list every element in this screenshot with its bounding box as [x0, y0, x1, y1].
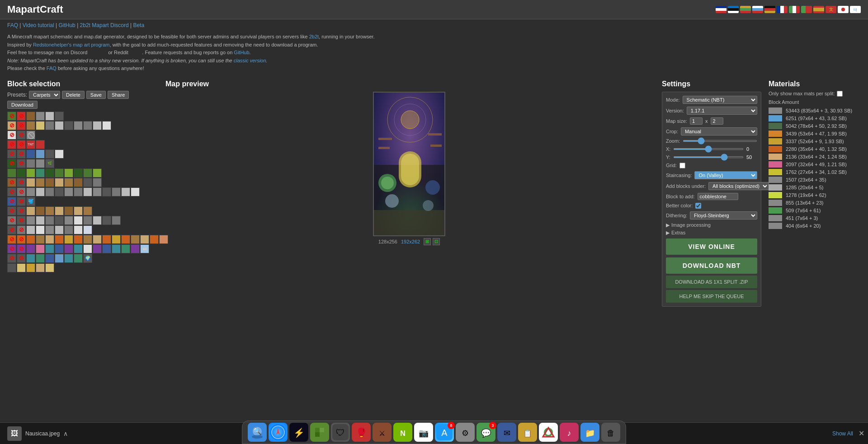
block-cell[interactable] [83, 187, 92, 196]
block-cell[interactable] [112, 216, 121, 225]
block-cell[interactable] [45, 225, 54, 234]
block-cell[interactable]: ⊘ [7, 140, 16, 149]
block-cell[interactable] [64, 121, 73, 130]
dock-music[interactable]: ♪ [560, 423, 579, 442]
block-cell[interactable] [93, 244, 102, 253]
block-cell[interactable] [64, 254, 73, 263]
expand-btn-1[interactable]: ⊞ [424, 238, 431, 245]
block-cell[interactable] [55, 206, 64, 215]
block-cell[interactable] [26, 206, 35, 215]
crop-select[interactable]: Manual Auto [681, 127, 757, 136]
block-cell[interactable] [159, 235, 168, 244]
dock-messages[interactable]: 3 💬 [476, 423, 495, 442]
dock-chrome[interactable] [539, 423, 558, 442]
dock-trash[interactable]: 🗑 [601, 423, 620, 442]
block-cell[interactable]: ⊘ [7, 235, 16, 244]
block-cell[interactable] [36, 178, 45, 187]
block-cell[interactable] [36, 140, 45, 149]
block-cell[interactable] [64, 206, 73, 215]
block-cell[interactable] [74, 235, 83, 244]
block-cell[interactable]: ⊘ [7, 197, 16, 206]
map-size-x-input[interactable] [690, 117, 703, 125]
block-cell[interactable] [121, 235, 130, 244]
block-cell[interactable]: ⊘ [17, 140, 26, 149]
better-color-checkbox[interactable] [695, 203, 701, 209]
nav-video[interactable]: Video tutorial [23, 22, 54, 28]
lang-it-flag[interactable] [789, 6, 800, 13]
block-cell[interactable] [74, 187, 83, 196]
block-cell[interactable] [17, 263, 26, 272]
block-cell[interactable] [74, 178, 83, 187]
block-cell[interactable] [36, 244, 45, 253]
delete-button[interactable]: Delete [62, 91, 85, 99]
classic-link[interactable]: classic version [234, 58, 266, 63]
block-cell[interactable] [74, 244, 83, 253]
lang-et-flag[interactable] [728, 6, 739, 13]
block-cell[interactable] [112, 187, 121, 196]
map-size-y-input[interactable] [711, 117, 723, 125]
max-mats-checkbox[interactable] [837, 91, 843, 97]
block-cell[interactable] [45, 263, 54, 272]
2b2t-link[interactable]: 2b2t [309, 34, 319, 39]
block-cell[interactable]: ⊘ [17, 225, 26, 234]
redstonehelper-link[interactable]: Redstonehelper's map art program [33, 42, 110, 47]
block-cell[interactable]: ⊘ [7, 254, 16, 263]
block-cell[interactable]: ⊘ [7, 112, 16, 121]
presets-select[interactable]: Carpets All Custom [29, 91, 60, 99]
block-cell[interactable] [74, 206, 83, 215]
block-cell[interactable]: ⊘ [17, 244, 26, 253]
block-cell[interactable] [45, 168, 54, 178]
block-cell[interactable] [45, 216, 54, 225]
block-cell[interactable] [102, 244, 111, 253]
block-cell[interactable]: ⊘ [7, 216, 16, 225]
block-cell[interactable] [93, 178, 102, 187]
mode-select[interactable]: Schematic (NBT) Map.dat [683, 96, 757, 104]
dithering-select[interactable]: Floyd-Steinberg None Ordered [690, 211, 757, 220]
block-cell[interactable]: 🌍 [83, 254, 92, 263]
image-processing-row[interactable]: ▶ Image processing [666, 222, 757, 228]
block-cell[interactable] [83, 206, 92, 215]
block-cell[interactable] [55, 225, 64, 234]
block-cell[interactable] [64, 235, 73, 244]
lang-ja-flag[interactable] [838, 6, 849, 13]
lang-zh-flag[interactable]: 文 [826, 6, 836, 13]
grid-checkbox[interactable] [679, 163, 685, 168]
block-cell[interactable]: ⊘ [17, 216, 26, 225]
block-cell[interactable] [45, 112, 54, 121]
block-cell[interactable] [74, 121, 83, 130]
block-cell[interactable] [102, 187, 111, 196]
block-cell[interactable] [112, 235, 121, 244]
lang-ru-flag[interactable] [752, 6, 763, 13]
block-cell[interactable] [26, 263, 35, 272]
block-cell[interactable] [36, 254, 45, 263]
dock-files[interactable]: 📁 [580, 423, 599, 442]
block-cell[interactable]: 🪣 [26, 197, 35, 206]
block-cell[interactable] [64, 178, 73, 187]
block-cell[interactable] [93, 216, 102, 225]
block-cell[interactable] [83, 121, 92, 130]
block-cell[interactable] [83, 168, 92, 178]
block-cell[interactable]: TNT [26, 140, 35, 149]
taskbar-chevron[interactable]: ∧ [63, 430, 68, 437]
block-cell[interactable] [45, 244, 54, 253]
block-cell[interactable] [55, 112, 64, 121]
faq-link2[interactable]: FAQ [47, 65, 57, 71]
block-cell[interactable] [74, 168, 83, 178]
lang-en-flag[interactable] [716, 6, 726, 13]
block-cell[interactable] [36, 187, 45, 196]
block-cell[interactable] [36, 121, 45, 130]
block-cell[interactable] [36, 263, 45, 272]
block-cell[interactable] [64, 216, 73, 225]
block-cell[interactable] [102, 235, 111, 244]
share-button[interactable]: Share [108, 91, 129, 99]
download-button[interactable]: Download [7, 101, 38, 109]
block-cell[interactable] [131, 235, 140, 244]
block-cell[interactable] [121, 187, 130, 196]
block-cell[interactable] [64, 168, 73, 178]
lang-ko-flag[interactable]: 태 [850, 6, 861, 13]
block-cell[interactable] [36, 168, 45, 178]
block-cell[interactable] [7, 263, 16, 272]
x-slider[interactable] [673, 148, 744, 150]
block-cell[interactable] [45, 150, 54, 159]
block-cell[interactable]: ⊘ [7, 178, 16, 187]
